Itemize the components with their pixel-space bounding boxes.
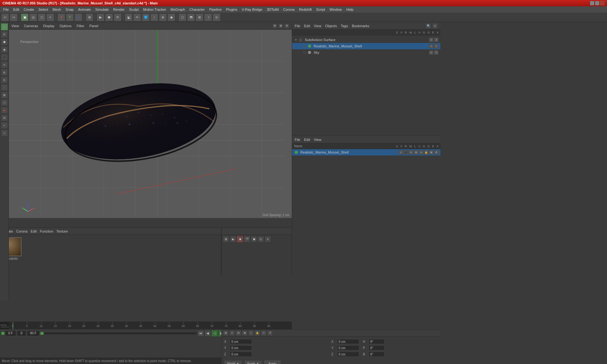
render-btn-1[interactable]: ⊠ xyxy=(223,236,229,242)
y-position-field[interactable] xyxy=(230,345,252,350)
obj-icon-4[interactable]: ⊟ xyxy=(414,150,418,155)
render-settings-button[interactable]: ⟳ xyxy=(114,14,121,21)
edge-mode-button[interactable]: ◎ xyxy=(29,14,37,21)
move-tool-button[interactable]: ↕ xyxy=(1,23,8,30)
obj-icon-8[interactable]: ✗ xyxy=(434,150,438,155)
render-btn-2[interactable]: ▶ xyxy=(230,236,236,242)
obj-menu-view[interactable]: View xyxy=(314,138,322,142)
scale-tool-button[interactable]: ⬢ xyxy=(1,39,8,46)
bridge-button[interactable]: ≈ xyxy=(1,122,8,129)
object-item-mussel[interactable]: Realistic_Marine_Mussel_Shell ✓ ⬛ ≡ ⊟ ∿ … xyxy=(292,149,440,155)
redo-button[interactable]: ↪ xyxy=(10,14,17,21)
y-axis-button[interactable]: Y xyxy=(66,14,74,21)
x-axis-button[interactable]: X xyxy=(58,14,65,21)
box-select-button[interactable]: ≡ xyxy=(1,61,8,68)
coord-btn-3[interactable]: ⊟ xyxy=(236,330,241,336)
x-position-field[interactable] xyxy=(230,339,252,344)
scene-search-button[interactable]: 🔍 xyxy=(426,23,431,29)
menu-vray[interactable]: V-Ray Bridge xyxy=(240,7,264,12)
mat-menu-texture[interactable]: Texture xyxy=(56,229,68,233)
prev-frame-button[interactable]: ◀ xyxy=(205,330,211,337)
coord-btn-1[interactable]: ⊞ xyxy=(223,330,229,336)
menu-file[interactable]: File xyxy=(1,7,11,12)
menu-help[interactable]: Help xyxy=(344,7,355,12)
knife-button[interactable]: 🔺 xyxy=(1,107,8,114)
viewport-layout-button[interactable]: ⊠ xyxy=(278,23,283,28)
menu-corona[interactable]: Corona xyxy=(281,7,297,12)
z-position-field[interactable] xyxy=(230,352,252,357)
mat-menu-function[interactable]: Function xyxy=(40,229,53,233)
deselect-button[interactable]: ⊗ xyxy=(159,14,167,21)
menu-render[interactable]: Render xyxy=(111,7,126,12)
subdivision-x-icon[interactable]: ✗ xyxy=(434,38,438,42)
menu-simulate[interactable]: Simulate xyxy=(93,7,111,12)
menu-sculpt[interactable]: Sculpt xyxy=(127,7,141,12)
scale-button[interactable]: ↕ xyxy=(150,14,158,21)
scale-mode-button[interactable]: Scale ▼ xyxy=(244,361,262,364)
bevel-button[interactable]: ⬡ xyxy=(1,99,8,106)
display-mode-button[interactable]: ⬡ xyxy=(179,14,186,21)
p-field[interactable] xyxy=(369,345,384,350)
frame-slider[interactable] xyxy=(40,332,197,335)
menu-mesh[interactable]: Mesh xyxy=(51,7,63,12)
frame-start-field[interactable] xyxy=(5,331,16,336)
viewport-expand-button[interactable]: ⊞ xyxy=(272,23,277,28)
menu-create[interactable]: Create xyxy=(22,7,36,12)
menu-animate[interactable]: Animate xyxy=(76,7,93,12)
apply-button[interactable]: Apply xyxy=(264,361,280,364)
scene-menu-bookmarks[interactable]: Bookmarks xyxy=(352,24,369,28)
lasso-select-button[interactable]: Ω xyxy=(1,76,8,83)
select-tool-button[interactable]: ⬕ xyxy=(125,14,132,21)
scene-menu-objects[interactable]: Objects xyxy=(325,24,337,28)
render-region-button[interactable]: ▶ xyxy=(97,14,104,21)
rotate-tool-button[interactable]: ⟳ xyxy=(1,31,8,38)
menu-motion-tracker[interactable]: Motion Tracker xyxy=(141,7,168,12)
light-button[interactable]: ☽ xyxy=(204,14,212,21)
coord-btn-7[interactable]: ↩ xyxy=(261,330,267,336)
menu-window[interactable]: Window xyxy=(328,7,344,12)
render-btn-5[interactable]: ⏹ xyxy=(251,236,257,242)
z-axis-button[interactable]: Z xyxy=(75,14,82,21)
viewport-menu-options[interactable]: Options xyxy=(59,24,71,28)
undo-button[interactable]: ↩ xyxy=(1,14,9,21)
point-mode-button[interactable]: + xyxy=(46,14,54,21)
mat-menu-edit[interactable]: Edit xyxy=(31,229,37,233)
extrude-button[interactable]: ⊠ xyxy=(1,92,8,99)
world-mode-button[interactable]: World ▼ xyxy=(224,361,242,364)
grid-button[interactable]: ⬒ xyxy=(187,14,195,21)
scene-item-mussel[interactable]: Realistic_Marine_Mussel_Shell ✓ ✗ xyxy=(292,43,440,49)
coord-btn-8[interactable]: ✗ xyxy=(267,330,273,336)
viewport[interactable]: View Cameras Display Options Filter Pane… xyxy=(9,22,292,218)
mussel-check-icon[interactable]: ✓ xyxy=(429,44,433,48)
render-btn-6[interactable]: ⊙ xyxy=(258,236,264,242)
scene-filter-button[interactable]: ≡ xyxy=(432,23,438,29)
freeform-select-button[interactable]: ψ xyxy=(1,69,8,76)
obj-icon-7[interactable]: ⊠ xyxy=(429,150,433,155)
sky-check-icon[interactable]: ✓ xyxy=(429,50,433,55)
menu-3dtoall[interactable]: 3DToAll xyxy=(265,7,281,12)
render-view-button[interactable]: ⏹ xyxy=(105,14,113,21)
polygon-mode-button[interactable]: ⬡ xyxy=(38,14,46,21)
menu-character[interactable]: Character xyxy=(187,7,206,12)
menu-snap[interactable]: Snap xyxy=(64,7,76,12)
viewport-canvas[interactable]: Perspective X Y Z Grid Spacing: 1 cm xyxy=(9,30,292,218)
menu-pipeline[interactable]: Pipeline xyxy=(207,7,224,12)
render-btn-7[interactable]: ≡ xyxy=(265,236,271,242)
viewport-menu-filter[interactable]: Filter xyxy=(77,24,84,28)
loop-cut-button[interactable]: ⊟ xyxy=(1,114,8,121)
snap-button[interactable]: ◉ xyxy=(168,14,175,21)
camera-button[interactable]: ⊙ xyxy=(213,14,220,21)
scene-item-sky[interactable]: Sky ✓ ✗ xyxy=(292,49,440,56)
y2-field[interactable] xyxy=(337,345,359,350)
viewport-settings-button[interactable]: ⚙ xyxy=(284,23,289,28)
axis-button[interactable]: ⊞ xyxy=(196,14,203,21)
obj-icon-5[interactable]: ∿ xyxy=(419,150,423,155)
timeline-ruler[interactable]: 051015202530354045505560657075808590 xyxy=(0,322,292,329)
scene-menu-edit[interactable]: Edit xyxy=(304,24,310,28)
menu-select[interactable]: Select xyxy=(37,7,50,12)
subdivision-check-icon[interactable]: ✓ xyxy=(429,38,433,42)
x2-field[interactable] xyxy=(337,339,359,344)
menu-plugins[interactable]: Plugins xyxy=(224,7,239,12)
obj-icon-6[interactable]: 🔒 xyxy=(424,150,428,155)
model-mode-button[interactable]: ▣ xyxy=(21,14,28,21)
